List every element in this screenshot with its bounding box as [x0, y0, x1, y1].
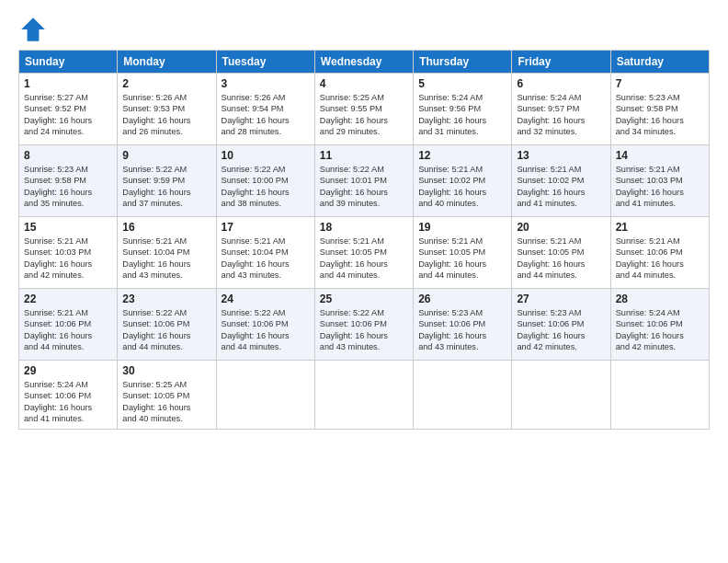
- day-number: 15: [24, 221, 112, 234]
- day-number: 2: [122, 77, 210, 90]
- day-number: 29: [24, 364, 112, 377]
- weekday-header-thursday: Thursday: [414, 51, 512, 74]
- day-info: Sunrise: 5:21 AM Sunset: 10:02 PM Daylig…: [517, 164, 605, 210]
- day-info: Sunrise: 5:27 AM Sunset: 9:52 PM Dayligh…: [24, 92, 112, 138]
- logo: [18, 15, 51, 44]
- day-info: Sunrise: 5:25 AM Sunset: 10:05 PM Daylig…: [122, 379, 210, 425]
- calendar-cell: 21Sunrise: 5:21 AM Sunset: 10:06 PM Dayl…: [610, 217, 709, 289]
- day-info: Sunrise: 5:21 AM Sunset: 10:03 PM Daylig…: [616, 164, 704, 210]
- calendar-cell: 9Sunrise: 5:22 AM Sunset: 9:59 PM Daylig…: [118, 145, 216, 217]
- day-number: 3: [222, 77, 310, 90]
- day-number: 13: [517, 149, 605, 162]
- calendar-cell: 13Sunrise: 5:21 AM Sunset: 10:02 PM Dayl…: [512, 145, 610, 217]
- calendar-cell: 27Sunrise: 5:23 AM Sunset: 10:06 PM Dayl…: [512, 289, 610, 361]
- day-info: Sunrise: 5:25 AM Sunset: 9:55 PM Dayligh…: [320, 92, 408, 138]
- calendar-cell: 23Sunrise: 5:22 AM Sunset: 10:06 PM Dayl…: [118, 289, 216, 361]
- calendar-cell: 6Sunrise: 5:24 AM Sunset: 9:57 PM Daylig…: [512, 74, 610, 145]
- calendar-week-4: 22Sunrise: 5:21 AM Sunset: 10:06 PM Dayl…: [19, 289, 710, 361]
- calendar-cell: 5Sunrise: 5:24 AM Sunset: 9:56 PM Daylig…: [414, 74, 512, 145]
- weekday-header-sunday: Sunday: [19, 51, 118, 74]
- calendar-cell: [610, 361, 709, 430]
- day-info: Sunrise: 5:24 AM Sunset: 10:06 PM Daylig…: [24, 379, 112, 425]
- calendar-cell: 30Sunrise: 5:25 AM Sunset: 10:05 PM Dayl…: [118, 361, 216, 430]
- weekday-header-row: SundayMondayTuesdayWednesdayThursdayFrid…: [19, 51, 710, 74]
- day-info: Sunrise: 5:22 AM Sunset: 10:06 PM Daylig…: [222, 307, 310, 353]
- day-info: Sunrise: 5:26 AM Sunset: 9:53 PM Dayligh…: [122, 92, 210, 138]
- day-info: Sunrise: 5:22 AM Sunset: 10:01 PM Daylig…: [320, 164, 408, 210]
- calendar-cell: [414, 361, 512, 430]
- day-info: Sunrise: 5:21 AM Sunset: 10:06 PM Daylig…: [24, 307, 112, 353]
- calendar-cell: 25Sunrise: 5:22 AM Sunset: 10:06 PM Dayl…: [314, 289, 413, 361]
- day-number: 16: [122, 221, 210, 234]
- day-info: Sunrise: 5:24 AM Sunset: 10:06 PM Daylig…: [616, 307, 704, 353]
- calendar-cell: 1Sunrise: 5:27 AM Sunset: 9:52 PM Daylig…: [19, 74, 118, 145]
- day-number: 23: [122, 293, 210, 305]
- day-number: 12: [418, 149, 506, 162]
- day-number: 30: [122, 364, 210, 377]
- calendar-cell: [512, 361, 610, 430]
- page: SundayMondayTuesdayWednesdayThursdayFrid…: [0, 0, 728, 563]
- calendar-week-1: 1Sunrise: 5:27 AM Sunset: 9:52 PM Daylig…: [19, 74, 710, 145]
- day-number: 21: [616, 221, 704, 234]
- weekday-header-tuesday: Tuesday: [216, 51, 314, 74]
- calendar-cell: [216, 361, 314, 430]
- calendar-cell: 2Sunrise: 5:26 AM Sunset: 9:53 PM Daylig…: [118, 74, 216, 145]
- calendar-cell: 24Sunrise: 5:22 AM Sunset: 10:06 PM Dayl…: [216, 289, 314, 361]
- calendar-cell: 17Sunrise: 5:21 AM Sunset: 10:04 PM Dayl…: [216, 217, 314, 289]
- calendar-week-3: 15Sunrise: 5:21 AM Sunset: 10:03 PM Dayl…: [19, 217, 710, 289]
- day-info: Sunrise: 5:23 AM Sunset: 9:58 PM Dayligh…: [24, 164, 112, 210]
- calendar-week-5: 29Sunrise: 5:24 AM Sunset: 10:06 PM Dayl…: [19, 361, 710, 430]
- calendar-cell: 26Sunrise: 5:23 AM Sunset: 10:06 PM Dayl…: [414, 289, 512, 361]
- day-number: 5: [418, 77, 506, 90]
- day-number: 26: [418, 293, 506, 305]
- day-info: Sunrise: 5:21 AM Sunset: 10:05 PM Daylig…: [517, 236, 605, 282]
- day-info: Sunrise: 5:21 AM Sunset: 10:04 PM Daylig…: [222, 236, 310, 282]
- calendar-cell: 28Sunrise: 5:24 AM Sunset: 10:06 PM Dayl…: [610, 289, 709, 361]
- day-number: 4: [320, 77, 408, 90]
- day-info: Sunrise: 5:21 AM Sunset: 10:04 PM Daylig…: [122, 236, 210, 282]
- day-number: 9: [122, 149, 210, 162]
- day-info: Sunrise: 5:22 AM Sunset: 10:06 PM Daylig…: [122, 307, 210, 353]
- day-info: Sunrise: 5:26 AM Sunset: 9:54 PM Dayligh…: [222, 92, 310, 138]
- day-info: Sunrise: 5:21 AM Sunset: 10:05 PM Daylig…: [320, 236, 408, 282]
- day-info: Sunrise: 5:24 AM Sunset: 9:57 PM Dayligh…: [517, 92, 605, 138]
- day-info: Sunrise: 5:22 AM Sunset: 10:06 PM Daylig…: [320, 307, 408, 353]
- calendar-cell: 22Sunrise: 5:21 AM Sunset: 10:06 PM Dayl…: [19, 289, 118, 361]
- header: [18, 15, 710, 44]
- day-info: Sunrise: 5:21 AM Sunset: 10:06 PM Daylig…: [616, 236, 704, 282]
- calendar-table: SundayMondayTuesdayWednesdayThursdayFrid…: [18, 50, 710, 430]
- calendar-cell: 7Sunrise: 5:23 AM Sunset: 9:58 PM Daylig…: [610, 74, 709, 145]
- day-number: 22: [24, 293, 112, 305]
- calendar-cell: 16Sunrise: 5:21 AM Sunset: 10:04 PM Dayl…: [118, 217, 216, 289]
- day-number: 17: [222, 221, 310, 234]
- day-number: 20: [517, 221, 605, 234]
- calendar-cell: 18Sunrise: 5:21 AM Sunset: 10:05 PM Dayl…: [314, 217, 413, 289]
- day-info: Sunrise: 5:24 AM Sunset: 9:56 PM Dayligh…: [418, 92, 506, 138]
- calendar-cell: [314, 361, 413, 430]
- day-number: 10: [222, 149, 310, 162]
- day-info: Sunrise: 5:22 AM Sunset: 10:00 PM Daylig…: [222, 164, 310, 210]
- calendar-cell: 29Sunrise: 5:24 AM Sunset: 10:06 PM Dayl…: [19, 361, 118, 430]
- day-info: Sunrise: 5:22 AM Sunset: 9:59 PM Dayligh…: [122, 164, 210, 210]
- day-info: Sunrise: 5:23 AM Sunset: 9:58 PM Dayligh…: [616, 92, 704, 138]
- day-number: 6: [517, 77, 605, 90]
- day-number: 14: [616, 149, 704, 162]
- weekday-header-saturday: Saturday: [610, 51, 709, 74]
- weekday-header-friday: Friday: [512, 51, 610, 74]
- day-number: 11: [320, 149, 408, 162]
- day-number: 19: [418, 221, 506, 234]
- day-info: Sunrise: 5:21 AM Sunset: 10:03 PM Daylig…: [24, 236, 112, 282]
- logo-icon: [18, 15, 48, 44]
- day-number: 25: [320, 293, 408, 305]
- day-number: 1: [24, 77, 112, 90]
- svg-marker-0: [21, 17, 45, 41]
- calendar-cell: 14Sunrise: 5:21 AM Sunset: 10:03 PM Dayl…: [610, 145, 709, 217]
- calendar-cell: 3Sunrise: 5:26 AM Sunset: 9:54 PM Daylig…: [216, 74, 314, 145]
- calendar-cell: 15Sunrise: 5:21 AM Sunset: 10:03 PM Dayl…: [19, 217, 118, 289]
- day-number: 8: [24, 149, 112, 162]
- calendar-cell: 10Sunrise: 5:22 AM Sunset: 10:00 PM Dayl…: [216, 145, 314, 217]
- calendar-cell: 19Sunrise: 5:21 AM Sunset: 10:05 PM Dayl…: [414, 217, 512, 289]
- day-info: Sunrise: 5:23 AM Sunset: 10:06 PM Daylig…: [418, 307, 506, 353]
- calendar-cell: 8Sunrise: 5:23 AM Sunset: 9:58 PM Daylig…: [19, 145, 118, 217]
- day-number: 18: [320, 221, 408, 234]
